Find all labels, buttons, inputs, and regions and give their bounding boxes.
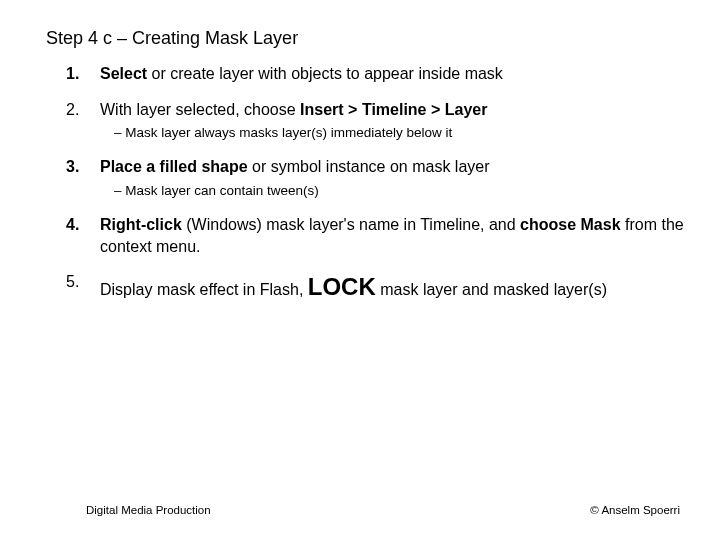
step-item: Right-click (Windows) mask layer's name …: [94, 214, 690, 257]
step-sub: – Mask layer always masks layer(s) immed…: [114, 124, 690, 142]
text-run: LOCK: [308, 273, 376, 300]
step-sub: – Mask layer can contain tween(s): [114, 182, 690, 200]
text-run: Insert > Timeline > Layer: [300, 101, 487, 118]
text-run: Display mask effect in Flash,: [100, 281, 308, 298]
text-run: With layer selected, choose: [100, 101, 300, 118]
step-text: Place a filled shape or symbol instance …: [100, 156, 690, 178]
text-run: (Windows) mask layer's name in Timeline,…: [182, 216, 520, 233]
text-run: Select: [100, 65, 147, 82]
footer-left: Digital Media Production: [86, 504, 211, 516]
text-run: or create layer with objects to appear i…: [147, 65, 503, 82]
step-item: Select or create layer with objects to a…: [94, 63, 690, 85]
step-text: Display mask effect in Flash, LOCK mask …: [100, 271, 690, 303]
step-text: With layer selected, choose Insert > Tim…: [100, 99, 690, 121]
step-item: Display mask effect in Flash, LOCK mask …: [94, 271, 690, 303]
step-item: With layer selected, choose Insert > Tim…: [94, 99, 690, 143]
step-item: Place a filled shape or symbol instance …: [94, 156, 690, 200]
text-run: or symbol instance on mask layer: [248, 158, 490, 175]
step-text: Right-click (Windows) mask layer's name …: [100, 214, 690, 257]
slide-title: Step 4 c – Creating Mask Layer: [46, 28, 690, 49]
footer: Digital Media Production © Anselm Spoerr…: [0, 504, 720, 516]
text-run: Place a filled shape: [100, 158, 248, 175]
slide-page: Step 4 c – Creating Mask Layer Select or…: [0, 0, 720, 540]
text-run: choose Mask: [520, 216, 620, 233]
text-run: Right-click: [100, 216, 182, 233]
text-run: mask layer and masked layer(s): [376, 281, 607, 298]
steps-list: Select or create layer with objects to a…: [46, 63, 690, 304]
step-text: Select or create layer with objects to a…: [100, 63, 690, 85]
footer-right: © Anselm Spoerri: [590, 504, 680, 516]
